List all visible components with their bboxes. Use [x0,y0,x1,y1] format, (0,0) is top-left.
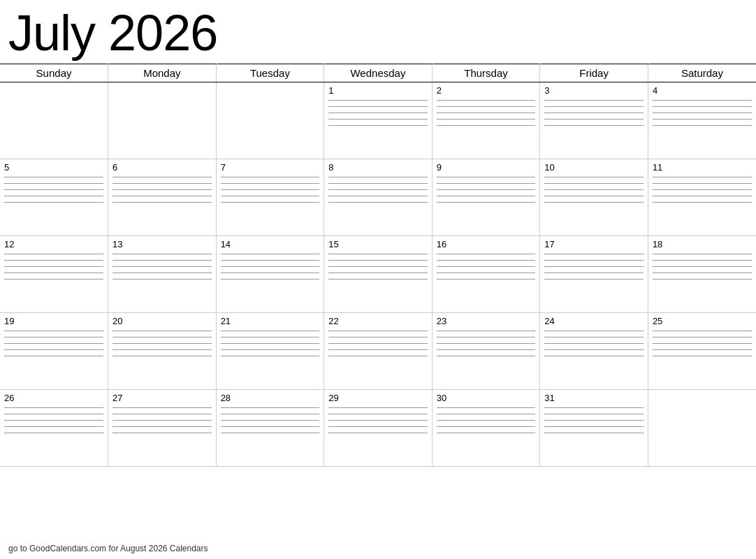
day-line-24-0 [544,331,644,331]
day-cell-2: 2 [432,82,540,159]
day-line-31-2 [544,420,644,421]
day-line-14-0 [221,254,320,254]
day-line-6-4 [112,202,212,203]
day-lines-8 [328,177,428,203]
day-line-13-1 [112,260,212,261]
day-line-13-0 [112,254,212,254]
day-number-19: 19 [4,316,103,326]
day-number-8: 8 [328,162,428,173]
day-line-18-0 [653,254,752,254]
day-line-11-3 [653,196,752,196]
day-line-6-1 [112,183,212,184]
day-number-17: 17 [544,239,644,249]
header-thursday: Thursday [432,64,540,82]
day-line-16-0 [437,254,536,254]
day-line-2-1 [437,106,536,107]
header-friday: Friday [540,64,648,82]
day-line-23-4 [437,356,536,356]
day-line-15-3 [328,273,428,273]
day-lines-11 [653,177,752,203]
day-line-5-2 [4,189,103,190]
day-line-22-0 [328,331,428,331]
day-line-2-4 [437,125,536,126]
day-line-15-1 [328,260,428,261]
day-number-21: 21 [221,316,320,326]
day-line-26-4 [4,433,103,433]
day-line-1-3 [328,119,428,119]
day-number-5: 5 [4,162,103,173]
day-line-16-4 [437,279,536,280]
day-line-17-1 [544,260,644,261]
day-number-30: 30 [437,393,536,403]
day-cell-17: 17 [540,236,648,313]
day-line-9-0 [437,177,536,177]
day-lines-9 [437,177,536,203]
day-line-9-1 [437,183,536,184]
day-lines-25 [653,331,752,356]
day-line-11-0 [653,177,752,177]
day-cell-4: 4 [648,82,756,159]
day-line-14-4 [221,279,320,280]
day-line-1-4 [328,125,428,126]
day-line-28-1 [221,414,320,414]
day-line-8-2 [328,189,428,190]
day-line-2-2 [437,112,536,113]
day-line-7-2 [221,189,320,190]
day-line-10-3 [544,196,644,196]
day-line-20-1 [112,337,212,337]
empty-cell-w0-d2 [216,82,324,159]
day-line-27-2 [112,420,212,421]
day-line-23-2 [437,343,536,344]
day-cell-30: 30 [432,390,540,467]
day-cell-15: 15 [324,236,432,313]
day-lines-26 [4,407,103,433]
day-line-24-4 [544,356,644,356]
header-sunday: Sunday [0,64,108,82]
day-line-29-3 [328,426,428,427]
day-cell-5: 5 [0,159,108,236]
day-line-11-1 [653,183,752,184]
day-line-28-0 [221,407,320,408]
day-line-25-4 [653,356,752,356]
day-number-18: 18 [653,239,752,249]
day-cell-1: 1 [324,82,432,159]
day-lines-18 [653,254,752,280]
day-line-2-0 [437,100,536,101]
week-row-0: 1234 [0,82,756,159]
day-cell-18: 18 [648,236,756,313]
day-line-19-3 [4,349,103,350]
day-line-19-4 [4,356,103,356]
week-row-4: 262728293031 [0,390,756,467]
day-lines-4 [653,100,752,126]
day-number-1: 1 [328,85,428,96]
day-number-13: 13 [112,239,212,249]
day-line-26-2 [4,420,103,421]
day-line-29-2 [328,420,428,421]
day-line-16-1 [437,260,536,261]
day-line-14-1 [221,260,320,261]
day-lines-10 [544,177,644,203]
day-line-20-0 [112,331,212,331]
day-line-5-1 [4,183,103,184]
day-lines-28 [221,407,320,433]
day-cell-26: 26 [0,390,108,467]
empty-cell-w0-d0 [0,82,108,159]
day-number-31: 31 [544,393,644,403]
day-line-2-3 [437,119,536,119]
day-lines-30 [437,407,536,433]
day-line-8-3 [328,196,428,196]
day-line-3-3 [544,119,644,119]
day-number-16: 16 [437,239,536,249]
day-number-6: 6 [112,162,212,173]
day-line-4-2 [653,112,752,113]
calendar-grid: Sunday Monday Tuesday Wednesday Thursday… [0,64,756,467]
day-line-12-0 [4,254,103,254]
day-line-30-2 [437,420,536,421]
day-cell-7: 7 [216,159,324,236]
day-line-31-1 [544,414,644,414]
day-line-15-4 [328,279,428,280]
day-line-9-2 [437,189,536,190]
day-cell-20: 20 [108,313,217,390]
day-line-4-3 [653,119,752,119]
day-line-17-0 [544,254,644,254]
